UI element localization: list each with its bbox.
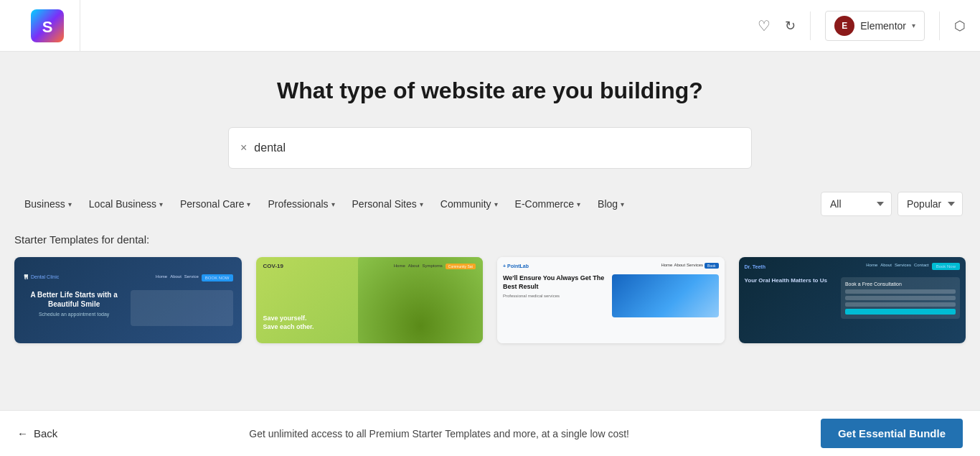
topbar-right: ♡ ↻ E Elementor ▾ ⬡ <box>758 11 966 41</box>
category-blog-label: Blog <box>598 198 618 210</box>
card4-submit <box>845 309 956 315</box>
template-thumbnail-dental-clinic: 🦷 Dental Clinic Home About Service BOOK … <box>14 257 242 343</box>
card4-form: Book a Free Consultation <box>841 277 960 319</box>
card4-nav: Home About Services Contact Book Now <box>866 263 960 270</box>
search-container: × <box>228 127 752 169</box>
back-button[interactable]: ← Back <box>17 427 57 439</box>
card2-headline: Save yourself.Save each other. <box>263 314 314 332</box>
heart-icon[interactable]: ♡ <box>758 17 771 34</box>
category-local-business[interactable]: Local Business ▾ <box>82 192 170 215</box>
card1-subtext: Schedule an appointment today <box>23 312 125 317</box>
category-nav: Business ▾ Local Business ▾ Personal Car… <box>14 192 966 216</box>
card2-badge: Community Sat <box>446 264 476 269</box>
category-personal-care[interactable]: Personal Care ▾ <box>173 192 258 215</box>
type-filter-select[interactable]: All Free Premium <box>821 192 892 216</box>
card3-nav: Home About Services Book <box>661 263 718 269</box>
promo-text: Get unlimited access to all Premium Star… <box>249 428 629 439</box>
card1-nav-item3: Service <box>184 274 199 281</box>
blog-chevron-icon: ▾ <box>621 200 624 208</box>
topbar-left: S <box>14 0 80 52</box>
elementor-label: Elementor <box>860 20 906 32</box>
category-personal-sites-label: Personal Sites <box>352 198 417 210</box>
card1-headline: A Better Life Starts with a Beautiful Sm… <box>23 290 125 309</box>
card3-nav2: About <box>674 263 685 269</box>
card2-person-image <box>358 257 483 343</box>
card3-subtext: Professional medical services <box>503 294 609 298</box>
personal-care-chevron-icon: ▾ <box>247 200 250 208</box>
results-label: Starter Templates for dental: <box>14 233 966 246</box>
elementor-chevron-icon: ▾ <box>912 22 915 29</box>
card4-nav3: Services <box>895 263 911 270</box>
card4-body: Your Oral Health Matters to Us Book a Fr… <box>745 277 961 319</box>
card1-preview: 🦷 Dental Clinic Home About Service BOOK … <box>14 257 242 343</box>
card4-text: Your Oral Health Matters to Us <box>745 277 837 319</box>
card2-logo: COV-19 <box>263 263 283 269</box>
card3-preview: + PointLab Home About Services Book We'l… <box>497 257 725 343</box>
card3-body: We'll Ensure You Always Get The Best Res… <box>503 274 719 317</box>
page-title: What type of website are you building? <box>14 78 966 104</box>
card2-nav3: Symptoms <box>422 264 442 269</box>
card3-nav3: Services <box>687 263 703 269</box>
category-local-business-label: Local Business <box>89 198 156 210</box>
card4-form-title: Book a Free Consultation <box>845 281 956 287</box>
app-logo: S <box>31 9 64 42</box>
card4-logo: Dr. Teeth <box>745 264 765 269</box>
get-bundle-button[interactable]: Get Essential Bundle <box>821 419 963 448</box>
card2-nav: Home About Symptoms Community Sat <box>394 264 476 269</box>
card3-text: We'll Ensure You Always Get The Best Res… <box>503 274 609 317</box>
category-business[interactable]: Business ▾ <box>17 192 79 215</box>
topbar-divider-2 <box>939 11 940 40</box>
back-arrow-icon: ← <box>17 427 28 439</box>
template-thumbnail-dr-teeth: Dr. Teeth Home About Services Contact Bo… <box>739 257 966 343</box>
template-card-pointlab[interactable]: + PointLab Home About Services Book We'l… <box>497 257 725 343</box>
category-personal-sites[interactable]: Personal Sites ▾ <box>345 192 430 215</box>
card4-tagline: Your Oral Health Matters to Us <box>745 277 837 284</box>
search-input[interactable] <box>254 141 740 154</box>
sort-filter-select[interactable]: Popular Newest Oldest <box>897 192 963 216</box>
filter-group: All Free Premium Popular Newest Oldest <box>821 192 963 216</box>
card1-logo: 🦷 Dental Clinic <box>23 274 59 281</box>
card1-nav-item2: About <box>170 274 182 281</box>
card4-nav4: Contact <box>914 263 929 270</box>
personal-sites-chevron-icon: ▾ <box>420 200 423 208</box>
external-link-icon[interactable]: ⬡ <box>954 18 966 34</box>
category-professionals-label: Professionals <box>268 198 328 210</box>
category-ecommerce-label: E-Commerce <box>515 198 574 210</box>
svg-text:S: S <box>42 18 52 36</box>
template-card-dental-clinic[interactable]: 🦷 Dental Clinic Home About Service BOOK … <box>14 257 242 343</box>
card3-image <box>612 274 718 317</box>
card1-header: 🦷 Dental Clinic Home About Service BOOK … <box>23 274 233 281</box>
topbar-divider <box>810 11 811 40</box>
elementor-button[interactable]: E Elementor ▾ <box>825 11 925 41</box>
card4-header: Dr. Teeth Home About Services Contact Bo… <box>745 263 961 270</box>
community-chevron-icon: ▾ <box>494 200 498 208</box>
local-business-chevron-icon: ▾ <box>159 200 163 208</box>
category-community[interactable]: Community ▾ <box>433 192 505 215</box>
category-blog[interactable]: Blog ▾ <box>590 192 631 215</box>
topbar: S ♡ ↻ E Elementor ▾ ⬡ <box>0 0 980 52</box>
back-label: Back <box>34 427 57 439</box>
refresh-icon[interactable]: ↻ <box>785 18 796 34</box>
card4-field3 <box>845 302 956 307</box>
templates-grid: 🦷 Dental Clinic Home About Service BOOK … <box>14 257 966 343</box>
template-card-dr-teeth[interactable]: Dr. Teeth Home About Services Contact Bo… <box>739 257 966 343</box>
search-clear-button[interactable]: × <box>240 141 247 154</box>
ecommerce-chevron-icon: ▾ <box>577 200 580 208</box>
card4-cta: Book Now <box>932 263 960 270</box>
card3-logo: + PointLab <box>503 264 529 269</box>
category-business-label: Business <box>24 198 65 210</box>
category-community-label: Community <box>440 198 491 210</box>
business-chevron-icon: ▾ <box>68 200 72 208</box>
card2-nav1: Home <box>394 264 405 269</box>
category-ecommerce[interactable]: E-Commerce ▾ <box>508 192 588 215</box>
template-card-covid[interactable]: COV-19 Home About Symptoms Community Sat… <box>256 257 484 343</box>
card4-nav2: About <box>880 263 892 270</box>
professionals-chevron-icon: ▾ <box>331 200 335 208</box>
template-thumbnail-pointlab: + PointLab Home About Services Book We'l… <box>497 257 725 343</box>
card2-nav2: About <box>408 264 420 269</box>
card4-field2 <box>845 296 956 300</box>
card3-headline: We'll Ensure You Always Get The Best Res… <box>503 274 609 291</box>
category-personal-care-label: Personal Care <box>180 198 245 210</box>
category-professionals[interactable]: Professionals ▾ <box>260 192 341 215</box>
card1-nav-item: Home <box>156 274 167 281</box>
